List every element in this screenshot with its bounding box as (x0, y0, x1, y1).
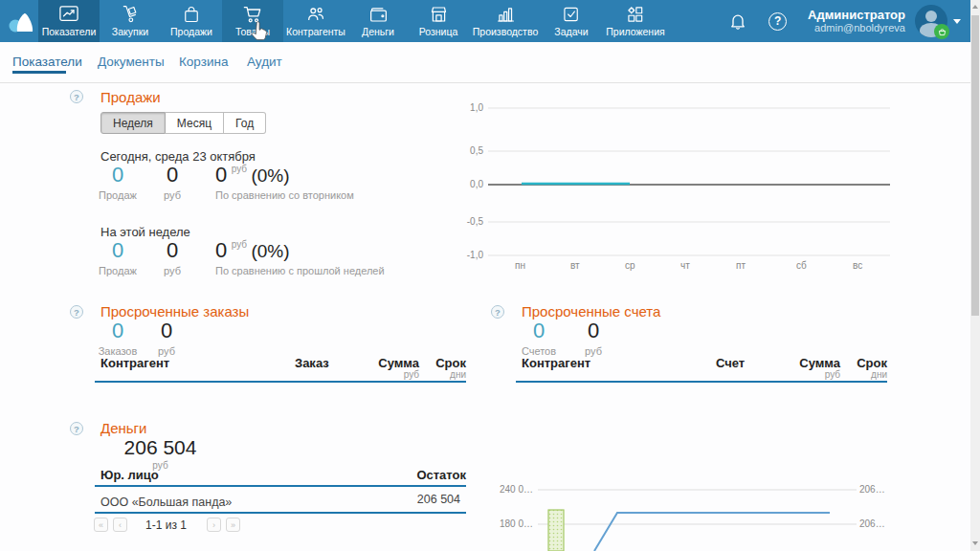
x-tick: пн (515, 260, 525, 271)
col-counterparty: Контрагент (522, 356, 590, 370)
avatar[interactable] (915, 5, 947, 37)
y-tick-left: 240 0… (483, 484, 533, 495)
sales-week-delta: 0 руб (0%) По сравнению с прошлой неделе… (215, 238, 385, 276)
notifications-bell-icon[interactable] (728, 11, 747, 31)
y-tick: -1,0 (459, 250, 483, 260)
top-header: Показатели Закупки Продажи Товары Контра… (0, 0, 970, 42)
col-sum-unit: руб (792, 369, 840, 380)
x-tick: пт (736, 260, 746, 271)
overdue-invoices-title[interactable]: Просроченные счета (522, 303, 660, 320)
col-sum-unit: руб (371, 369, 419, 380)
shopping-bag-icon (182, 4, 201, 25)
user-menu[interactable]: Администратор admin@nboldyreva (808, 8, 905, 34)
money-table-rule-top (95, 485, 466, 487)
nav-label: Контрагенты (286, 26, 345, 37)
y-tick-right: 206… (859, 518, 885, 529)
sales-week-count: 0 Продаж (96, 238, 140, 276)
pagination-prev-button[interactable]: ‹ (113, 518, 127, 532)
money-help-icon[interactable]: ? (70, 422, 83, 435)
tab-audit[interactable]: Аудит (247, 55, 282, 69)
nav-label: Приложения (606, 26, 664, 37)
user-email: admin@nboldyreva (808, 22, 905, 34)
x-tick: вт (570, 260, 580, 271)
storefront-icon (429, 4, 449, 25)
sales-today-delta: 0 руб (0%) По сравнению со вторником (215, 163, 354, 201)
hand-truck-icon (121, 4, 140, 25)
period-month-button[interactable]: Месяц (166, 112, 224, 134)
nav-item-tasks[interactable]: Задачи (542, 0, 601, 42)
period-year-button[interactable]: Год (224, 112, 266, 134)
overdue-invoices-help-icon[interactable]: ? (491, 305, 504, 319)
col-sum: Сумма (792, 356, 840, 370)
scroll-down-arrow-icon[interactable] (972, 541, 978, 545)
nav-item-sales[interactable]: Продажи (161, 0, 222, 42)
nav-item-retail[interactable]: Розница (408, 0, 469, 42)
nav-item-purchases[interactable]: Закупки (100, 0, 161, 42)
money-section-title[interactable]: Деньги (100, 420, 146, 436)
secondary-tabbar: Показатели Документы Корзина Аудит (0, 42, 970, 83)
user-name: Администратор (808, 8, 905, 22)
sales-week-amount: 0 руб (151, 238, 193, 276)
money-total: 206 504 руб (105, 436, 215, 471)
page-scrollbar[interactable] (970, 0, 980, 551)
sales-period-toggle: Неделя Месяц Год (100, 112, 266, 134)
scroll-up-arrow-icon[interactable] (972, 5, 978, 9)
bar-columns-icon (496, 4, 516, 25)
table-row[interactable]: ООО «Большая панда» 206 504 (100, 493, 466, 510)
money-table-rule-bottom (95, 512, 466, 514)
x-tick: чт (680, 260, 690, 271)
nav-label: Продажи (170, 26, 212, 37)
pagination-next-button[interactable]: › (207, 518, 221, 532)
nav-item-indicators[interactable]: Показатели (38, 0, 100, 42)
app-logo[interactable] (7, 8, 35, 34)
chevron-down-icon[interactable] (953, 19, 961, 24)
sales-today-count: 0 Продаж (96, 163, 140, 201)
x-tick: вс (853, 260, 862, 271)
x-tick: сб (796, 260, 807, 271)
nav-label: Закупки (112, 26, 148, 37)
tab-indicators[interactable]: Показатели (12, 55, 82, 69)
col-order: Заказ (295, 356, 329, 370)
col-entity: Юр. лицо (100, 468, 159, 482)
people-icon (305, 4, 326, 25)
active-tab-underline (12, 71, 66, 74)
nav-item-counterparties[interactable]: Контрагенты (283, 0, 348, 42)
tab-documents[interactable]: Документы (98, 55, 165, 69)
col-term-unit: дни (431, 369, 466, 380)
nav-item-apps[interactable]: Приложения (601, 0, 670, 42)
col-term: Срок (431, 356, 466, 370)
nav-label: Производство (473, 26, 538, 37)
nav-item-production[interactable]: Производство (469, 0, 542, 42)
sales-today-heading: Сегодня, среда 23 октября (100, 149, 256, 164)
cart-icon (242, 4, 263, 25)
overdue-invoices-count: 0 Счетов (517, 319, 561, 357)
overdue-orders-title[interactable]: Просроченные заказы (100, 303, 249, 320)
period-week-button[interactable]: Неделя (100, 112, 166, 134)
y-tick: 1,0 (459, 102, 483, 113)
y-tick-right: 206… (859, 484, 885, 495)
nav-item-goods[interactable]: Товары (222, 0, 283, 42)
pagination-first-button[interactable]: « (94, 518, 108, 532)
header-right: ? Администратор admin@nboldyreva (728, 0, 961, 42)
tab-basket[interactable]: Корзина (179, 55, 228, 69)
sales-week-chart: 1,0 0,5 0,0 -0,5 -1,0 пн вт ср чт пт сб … (459, 94, 900, 276)
entity-balance: 206 504 (417, 493, 460, 506)
main-nav: Показатели Закупки Продажи Товары Контра… (38, 0, 670, 42)
col-term-unit: дни (852, 369, 887, 380)
wallet-icon (368, 4, 389, 25)
orders-table-rule (95, 381, 466, 383)
sales-section-title[interactable]: Продажи (100, 89, 161, 105)
pagination-last-button[interactable]: » (226, 518, 240, 532)
overdue-orders-help-icon[interactable]: ? (70, 305, 83, 319)
help-icon[interactable]: ? (768, 12, 787, 31)
col-term: Срок (852, 356, 887, 370)
apps-grid-icon (626, 4, 645, 25)
nav-label: Показатели (42, 26, 97, 37)
scrollbar-thumb[interactable] (971, 15, 979, 316)
nav-item-money[interactable]: Деньги (348, 0, 408, 42)
sales-help-icon[interactable]: ? (70, 90, 83, 103)
pagination-label: 1-1 из 1 (145, 518, 187, 532)
overdue-orders-amount: 0 руб (145, 319, 188, 357)
invoices-table-rule (516, 381, 887, 383)
sales-today-amount: 0 руб (151, 163, 193, 201)
